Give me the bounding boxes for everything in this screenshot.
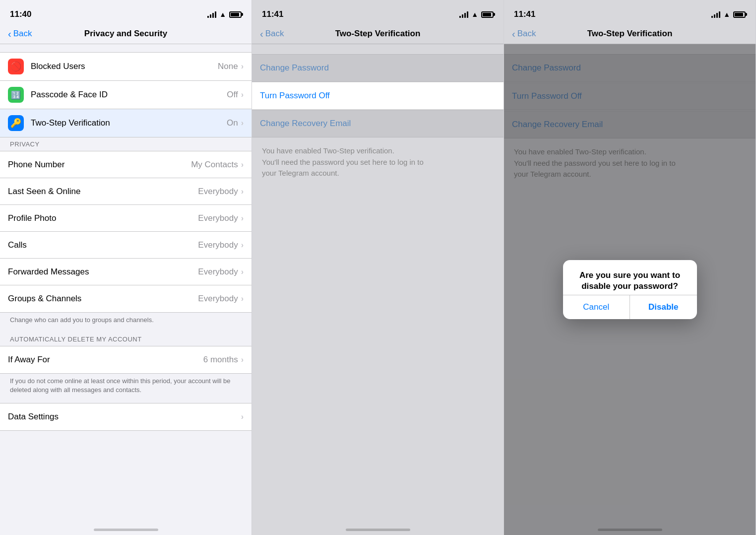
- screen1-content: 🚫 Blocked Users None › 🔢 Passcode & Face…: [0, 44, 252, 535]
- tsv-description-2: You have enabled Two-Step verification. …: [252, 137, 504, 187]
- wifi-icon: ▲: [219, 10, 226, 18]
- battery-icon: [229, 11, 242, 18]
- back-chevron-1: ‹: [8, 29, 11, 39]
- two-step-icon: 🔑: [8, 115, 24, 131]
- dialog-box: Are you sure you want to disable your pa…: [563, 260, 697, 319]
- home-indicator-2: [346, 529, 410, 531]
- profile-photo-label: Profile Photo: [8, 213, 198, 223]
- back-label-3: Back: [517, 29, 536, 39]
- nav-title-2: Two-Step Verification: [335, 29, 421, 39]
- nav-bar-2: ‹ Back Two-Step Verification: [252, 25, 504, 44]
- profile-photo-item[interactable]: Profile Photo Everybody ›: [0, 205, 252, 232]
- data-settings-item[interactable]: Data Settings ›: [0, 403, 252, 430]
- wifi-icon-2: ▲: [471, 10, 478, 18]
- status-bar-2: 11:41 ▲: [252, 0, 504, 25]
- calls-item[interactable]: Calls Everybody ›: [0, 232, 252, 259]
- blocked-users-value: None: [218, 62, 238, 71]
- delete-section: If Away For 6 months ›: [0, 346, 252, 374]
- change-recovery-label-2: Change Recovery Email: [260, 119, 496, 129]
- two-step-value: On: [227, 118, 238, 128]
- status-bar-1: 11:40 ▲: [0, 0, 252, 25]
- nav-bar-1: ‹ Back Privacy and Security: [0, 25, 252, 44]
- delete-caption: If you do not come online at least once …: [0, 374, 252, 402]
- back-button-1[interactable]: ‹ Back: [8, 29, 32, 39]
- cancel-button[interactable]: Cancel: [563, 295, 630, 319]
- change-password-label-2: Change Password: [260, 63, 496, 73]
- battery-icon-2: [481, 11, 494, 18]
- time-2: 11:41: [262, 9, 283, 19]
- nav-bar-3: ‹ Back Two-Step Verification: [504, 25, 756, 44]
- passcode-chevron: ›: [241, 90, 244, 99]
- passcode-icon: 🔢: [8, 87, 24, 103]
- data-settings-label: Data Settings: [8, 412, 241, 422]
- home-indicator-1: [94, 529, 158, 531]
- data-settings-section: Data Settings ›: [0, 403, 252, 431]
- blocked-users-item[interactable]: 🚫 Blocked Users None ›: [0, 53, 252, 81]
- change-recovery-item-2[interactable]: Change Recovery Email: [252, 110, 504, 137]
- security-section: 🚫 Blocked Users None › 🔢 Passcode & Face…: [0, 52, 252, 137]
- privacy-section: Phone Number My Contacts › Last Seen & O…: [0, 151, 252, 313]
- phone-number-item[interactable]: Phone Number My Contacts ›: [0, 151, 252, 178]
- last-seen-label: Last Seen & Online: [8, 187, 198, 197]
- forwarded-item[interactable]: Forwarded Messages Everybody ›: [0, 259, 252, 285]
- screen1: 11:40 ▲ ‹ Back Privacy and Security 🚫: [0, 0, 252, 535]
- status-icons-1: ▲: [207, 10, 242, 18]
- last-seen-item[interactable]: Last Seen & Online Everybody ›: [0, 178, 252, 205]
- two-step-chevron: ›: [241, 119, 244, 128]
- profile-photo-value: Everybody: [198, 213, 238, 223]
- blocked-users-icon: 🚫: [8, 59, 24, 74]
- change-password-item-2[interactable]: Change Password: [252, 55, 504, 81]
- groups-item[interactable]: Groups & Channels Everybody ›: [0, 285, 252, 312]
- passcode-item[interactable]: 🔢 Passcode & Face ID Off ›: [0, 81, 252, 109]
- privacy-section-label: PRIVACY: [0, 137, 252, 151]
- passcode-value: Off: [227, 90, 238, 100]
- forwarded-label: Forwarded Messages: [8, 267, 198, 277]
- last-seen-value: Everybody: [198, 187, 238, 197]
- two-step-label: Two-Step Verification: [31, 118, 227, 128]
- back-button-2[interactable]: ‹ Back: [260, 29, 284, 39]
- screen3-content: Change Password Turn Password Off Change…: [504, 44, 756, 535]
- delete-section-label: AUTOMATICALLY DELETE MY ACCOUNT: [0, 333, 252, 346]
- wifi-icon-3: ▲: [723, 10, 730, 18]
- time-1: 11:40: [10, 9, 31, 19]
- passcode-label: Passcode & Face ID: [31, 90, 227, 100]
- if-away-label: If Away For: [8, 355, 203, 365]
- phone-number-label: Phone Number: [8, 160, 191, 170]
- disable-button[interactable]: Disable: [630, 295, 697, 319]
- phone-number-value: My Contacts: [191, 160, 238, 170]
- back-button-3[interactable]: ‹ Back: [512, 29, 536, 39]
- groups-caption: Change who can add you to groups and cha…: [0, 313, 252, 333]
- signal-icon-3: [711, 11, 720, 18]
- blocked-users-chevron: ›: [241, 62, 244, 71]
- dialog-overlay: Are you sure you want to disable your pa…: [504, 44, 756, 535]
- calls-value: Everybody: [198, 240, 238, 250]
- screen2: 11:41 ▲ ‹ Back Two-Step Verification Cha…: [252, 0, 504, 535]
- dialog-actions: Cancel Disable: [563, 295, 697, 319]
- back-chevron-2: ‹: [260, 29, 263, 39]
- turn-password-off-item-2[interactable]: Turn Password Off: [252, 82, 504, 109]
- two-step-item[interactable]: 🔑 Two-Step Verification On ›: [0, 109, 252, 137]
- nav-title-1: Privacy and Security: [84, 29, 167, 39]
- status-icons-2: ▲: [459, 10, 494, 18]
- status-icons-3: ▲: [711, 10, 746, 18]
- time-3: 11:41: [514, 9, 535, 19]
- groups-label: Groups & Channels: [8, 294, 198, 304]
- back-label-2: Back: [265, 29, 284, 39]
- back-chevron-3: ‹: [512, 29, 515, 39]
- status-bar-3: 11:41 ▲: [504, 0, 756, 25]
- screen3: 11:41 ▲ ‹ Back Two-Step Verification Cha…: [504, 0, 756, 535]
- screen2-content: Change Password Turn Password Off Change…: [252, 44, 504, 535]
- signal-icon-2: [459, 11, 468, 18]
- calls-label: Calls: [8, 240, 198, 250]
- if-away-item[interactable]: If Away For 6 months ›: [0, 346, 252, 373]
- groups-value: Everybody: [198, 294, 238, 304]
- battery-icon-3: [733, 11, 746, 18]
- signal-icon: [207, 11, 216, 18]
- forwarded-value: Everybody: [198, 267, 238, 277]
- blocked-users-label: Blocked Users: [31, 62, 218, 71]
- nav-title-3: Two-Step Verification: [587, 29, 673, 39]
- if-away-value: 6 months: [203, 355, 238, 365]
- back-label-1: Back: [13, 29, 32, 39]
- dialog-title: Are you sure you want to disable your pa…: [563, 260, 697, 295]
- turn-password-off-label-2: Turn Password Off: [260, 91, 496, 101]
